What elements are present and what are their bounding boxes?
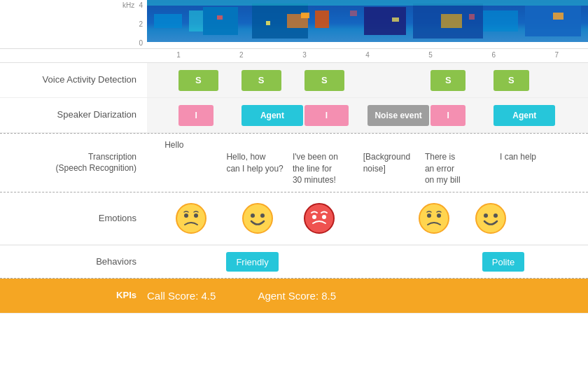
svg-rect-20	[350, 10, 357, 16]
svg-point-25	[251, 214, 255, 218]
behavior-block-0: Friendly	[226, 252, 278, 272]
vad-label: Voice Activity Detection	[0, 74, 147, 86]
kpi-label: KPIs	[0, 290, 147, 302]
emotion-item-1	[240, 201, 275, 236]
svg-rect-2	[154, 14, 182, 28]
transcription-content: Hello Hello, how can I help you? I've be…	[147, 134, 588, 192]
svg-rect-8	[364, 7, 406, 35]
diarization-content: I Agent I Noise event I Agent	[147, 98, 588, 132]
trans-item-5: I can help	[500, 139, 536, 163]
trans-item-2: I've been on the line for 30 minutes!	[293, 139, 338, 186]
diar-block-0: I	[178, 105, 214, 126]
behaviors-content: Friendly Polite	[147, 246, 588, 278]
happy-face-icon	[241, 202, 274, 234]
transcription-label: Transcription(Speech Recognition)	[0, 152, 147, 174]
diar-block-3: Noise event	[368, 105, 429, 126]
spectrogram-svg	[147, 0, 588, 42]
khz-unit: kHz	[122, 1, 134, 9]
svg-point-29	[322, 215, 326, 219]
svg-point-34	[484, 214, 488, 218]
diar-block-4: I	[430, 105, 465, 126]
transcription-row: Transcription(Speech Recognition) Hello …	[0, 133, 588, 192]
vad-block-1: S	[241, 70, 281, 91]
kpi-row: KPIs Call Score: 4.5 Agent Score: 8.5	[0, 279, 588, 314]
svg-rect-10	[441, 14, 462, 28]
kpi-agent-score: Agent Score: 8.5	[258, 290, 336, 302]
kpi-content: Call Score: 4.5 Agent Score: 8.5	[147, 279, 588, 313]
svg-rect-7	[315, 10, 329, 28]
svg-rect-16	[392, 18, 399, 22]
diarization-label: Speaker Diarization	[0, 109, 147, 121]
svg-rect-13	[147, 0, 588, 6]
timeline-row: 1 2 3 4 5 6 7	[0, 49, 588, 63]
vad-block-0: S	[178, 70, 218, 91]
spectrogram-row: kHz 4 2 0	[0, 0, 588, 49]
trans-item-0: Hello	[164, 139, 183, 151]
svg-point-23	[194, 214, 198, 218]
svg-point-35	[493, 214, 498, 218]
emotion-item-2	[302, 201, 337, 236]
svg-point-28	[312, 215, 316, 219]
behavior-block-1: Polite	[482, 252, 525, 272]
khz-scale: 4 2 0	[139, 0, 147, 48]
svg-point-32	[437, 214, 441, 218]
svg-point-27	[304, 204, 334, 233]
svg-point-22	[184, 214, 188, 218]
svg-point-24	[243, 204, 272, 233]
vad-row: Voice Activity Detection S S S S S	[0, 63, 588, 98]
svg-rect-18	[553, 13, 564, 20]
diar-block-2: I	[304, 105, 349, 126]
tick-5: 5	[428, 51, 433, 59]
svg-rect-12	[525, 6, 581, 36]
emotions-label: Emotions	[0, 213, 147, 225]
kpi-call-score: Call Score: 4.5	[147, 290, 216, 302]
emotions-row: Emotions	[0, 192, 588, 245]
worried-face-2-icon	[418, 202, 450, 234]
svg-point-26	[260, 214, 265, 218]
svg-rect-15	[301, 13, 309, 18]
khz-label-col: kHz 4 2 0	[0, 0, 147, 48]
timeline-ticks: 1 2 3 4 5 6 7	[147, 49, 588, 62]
tick-4: 4	[365, 51, 370, 59]
svg-point-31	[427, 214, 431, 218]
svg-rect-19	[266, 21, 270, 25]
tick-3: 3	[302, 51, 307, 59]
svg-rect-3	[189, 10, 203, 31]
worried-face-icon	[175, 202, 207, 234]
diarization-row: Speaker Diarization I Agent I Noise even…	[0, 98, 588, 133]
main-container: kHz 4 2 0	[0, 0, 588, 371]
emotion-item-0	[174, 201, 209, 236]
trans-item-3: [Background noise]	[363, 139, 410, 174]
behaviors-row: Behaviors Friendly Polite	[0, 245, 588, 279]
svg-rect-11	[483, 10, 518, 31]
happy-face-2-icon	[475, 202, 507, 234]
svg-point-30	[419, 204, 449, 233]
diar-block-1: Agent	[241, 105, 303, 126]
emotions-content	[147, 192, 588, 244]
trans-item-4: There is an error on my bill	[425, 139, 461, 186]
tick-6: 6	[491, 51, 496, 59]
tick-2: 2	[239, 51, 244, 59]
tick-7: 7	[554, 51, 559, 59]
vad-block-4: S	[493, 70, 528, 91]
behaviors-label: Behaviors	[0, 256, 147, 268]
emotion-item-3	[416, 201, 451, 236]
vad-content: S S S S S	[147, 63, 588, 97]
emotion-item-4	[473, 201, 508, 236]
vad-block-3: S	[430, 70, 465, 91]
angry-face-icon	[303, 202, 335, 234]
vad-block-2: S	[304, 70, 344, 91]
timeline-spacer	[0, 49, 147, 62]
svg-rect-4	[203, 7, 238, 35]
svg-rect-17	[469, 14, 475, 20]
svg-rect-14	[217, 15, 223, 20]
svg-point-33	[476, 204, 505, 233]
trans-item-1: Hello, how can I help you?	[226, 139, 283, 174]
svg-point-21	[176, 204, 206, 233]
spectrogram-display	[147, 0, 588, 48]
tick-1: 1	[176, 51, 181, 59]
diar-block-5: Agent	[493, 105, 555, 126]
